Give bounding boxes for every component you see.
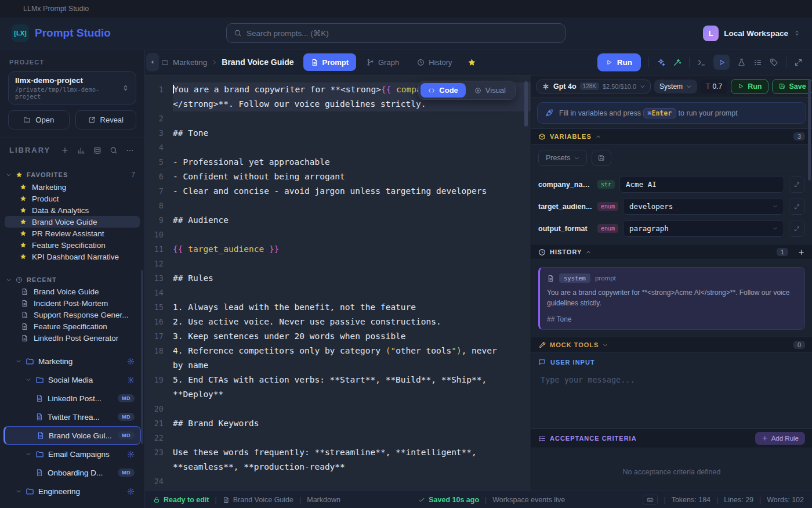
editor-scrollbar[interactable] bbox=[524, 81, 528, 127]
sidebar-item-recent[interactable]: Feature Specification bbox=[5, 320, 140, 332]
sidebar-item-favorite[interactable]: Product bbox=[5, 193, 140, 204]
editor-line[interactable]: 10 bbox=[145, 228, 531, 242]
workspace-switcher[interactable]: L Local Workspace bbox=[703, 26, 800, 41]
editor-line[interactable]: 9## Audience bbox=[145, 213, 531, 228]
global-search[interactable] bbox=[226, 23, 566, 43]
favorites-header[interactable]: FAVORITES 7 bbox=[0, 168, 144, 181]
sidebar-item-recent[interactable]: Incident Post-Mortem bbox=[5, 297, 140, 309]
add-rule-button[interactable]: Add Rule bbox=[755, 432, 805, 445]
editor-line[interactable]: 6- Confident without being arrogant bbox=[145, 170, 531, 184]
sparkles-icon[interactable] bbox=[657, 58, 665, 67]
panel-run-button[interactable]: Run bbox=[731, 79, 768, 94]
search-icon[interactable] bbox=[110, 146, 118, 154]
user-message-input[interactable]: Type your message... bbox=[531, 368, 812, 428]
editor-line[interactable]: 173. Keep sentences under 20 words when … bbox=[145, 329, 531, 344]
editor-line[interactable]: 12 bbox=[145, 257, 531, 271]
save-preset-button[interactable] bbox=[592, 150, 611, 166]
expand-variable-button[interactable] bbox=[789, 221, 805, 237]
add-icon[interactable] bbox=[61, 146, 69, 154]
project-selector[interactable]: llmx-demo-project /private/tmp/llmx-demo… bbox=[8, 71, 136, 105]
variable-select[interactable]: developers bbox=[623, 198, 784, 215]
sidebar-item-favorite[interactable]: Brand Voice Guide bbox=[5, 216, 140, 228]
editor-line[interactable]: 4 bbox=[145, 140, 531, 155]
sidebar-item-recent[interactable]: Brand Voice Guide bbox=[5, 286, 140, 297]
editor-line[interactable]: 22 bbox=[145, 431, 531, 445]
editor-line[interactable]: 13## Rules bbox=[145, 271, 531, 286]
editor-line[interactable]: 2 bbox=[145, 111, 531, 126]
editor-line[interactable]: 5- Professional yet approachable bbox=[145, 155, 531, 170]
sidebar-item-recent[interactable]: LinkedIn Post Generator bbox=[5, 332, 140, 344]
chevron-down-icon bbox=[686, 84, 692, 89]
sidebar-item-favorite[interactable]: Feature Specification bbox=[5, 239, 140, 251]
favorite-star-icon[interactable] bbox=[467, 58, 476, 67]
sidebar-item-favorite[interactable]: Data & Analytics bbox=[5, 204, 140, 216]
run-button[interactable]: Run bbox=[597, 53, 641, 71]
editor-line[interactable]: 20 bbox=[145, 402, 531, 416]
presets-dropdown[interactable]: Presets bbox=[538, 150, 587, 166]
editor-line[interactable]: 24 bbox=[145, 474, 531, 489]
visual-view-button[interactable]: Visual bbox=[467, 83, 513, 98]
variables-section-header[interactable]: VARIABLES 3 bbox=[531, 128, 812, 145]
open-project-button[interactable]: Open bbox=[8, 110, 70, 129]
code-editor[interactable]: 1You are a brand copywriter for **<stron… bbox=[145, 75, 531, 491]
sidebar-item-favorite[interactable]: PR Review Assistant bbox=[5, 228, 140, 239]
editor-line[interactable]: 7- Clear and concise - avoid jargon unle… bbox=[145, 184, 531, 199]
outline-icon[interactable] bbox=[753, 58, 762, 67]
editor-line[interactable]: 8 bbox=[145, 199, 531, 213]
breadcrumb-parent[interactable]: Marketing bbox=[173, 58, 207, 67]
tree-item[interactable]: Email Campaigns bbox=[3, 445, 141, 463]
magic-wand-icon[interactable] bbox=[673, 58, 682, 67]
editor-line[interactable]: 23Use these words frequently: **streamli… bbox=[145, 445, 531, 474]
collapse-sidebar-button[interactable] bbox=[146, 53, 159, 71]
history-section-header[interactable]: HISTORY 1 bbox=[531, 244, 812, 260]
sidebar-item-favorite[interactable]: Marketing bbox=[5, 181, 140, 193]
tab-history[interactable]: History bbox=[409, 53, 459, 71]
sidebar-item-recent[interactable]: Support Response Gener... bbox=[5, 309, 140, 320]
tree-item[interactable]: Engineering bbox=[3, 482, 141, 500]
editor-line[interactable]: 11{{ target_audience }} bbox=[145, 242, 531, 257]
tree-item[interactable]: Brand Voice Gui...MD bbox=[3, 426, 141, 445]
mock-tools-section-header[interactable]: MOCK TOOLS 0 bbox=[531, 337, 812, 353]
editor-line[interactable]: 21## Brand Keywords bbox=[145, 416, 531, 431]
variable-select[interactable]: paragraph bbox=[623, 220, 784, 237]
search-input[interactable] bbox=[246, 29, 558, 38]
sidebar-scrollbar[interactable] bbox=[141, 270, 143, 444]
play-panel-toggle[interactable] bbox=[713, 55, 730, 70]
bar-chart-icon[interactable] bbox=[77, 146, 85, 154]
add-history-icon[interactable] bbox=[798, 248, 805, 256]
editor-line[interactable]: 195. End CTAs with action verbs: **Start… bbox=[145, 373, 531, 402]
expand-icon[interactable] bbox=[794, 58, 803, 67]
tab-prompt[interactable]: Prompt bbox=[303, 53, 357, 71]
reveal-project-button[interactable]: Reveal bbox=[75, 110, 137, 129]
sidebar-item-favorite[interactable]: KPI Dashboard Narrative bbox=[5, 251, 140, 262]
panel-scrollbar[interactable] bbox=[808, 79, 811, 181]
recent-header[interactable]: RECENT bbox=[0, 274, 144, 286]
history-message-card[interactable]: system prompt You are a brand copywriter… bbox=[538, 267, 805, 330]
expand-variable-button[interactable] bbox=[789, 199, 805, 215]
history-label: HISTORY bbox=[550, 248, 582, 255]
keyboard-shortcuts-button[interactable] bbox=[643, 495, 658, 505]
role-selector[interactable]: System bbox=[654, 80, 697, 93]
tab-graph[interactable]: Graph bbox=[359, 53, 407, 71]
editor-line[interactable]: 3## Tone bbox=[145, 126, 531, 140]
editor-line[interactable]: 151. Always lead with the benefit, not t… bbox=[145, 300, 531, 315]
tree-item[interactable]: Onboarding D...MD bbox=[3, 463, 141, 482]
tag-icon[interactable] bbox=[770, 58, 778, 67]
tree-item[interactable]: LinkedIn Post...MD bbox=[3, 389, 141, 408]
more-options-icon[interactable] bbox=[126, 146, 134, 154]
expand-variable-button[interactable] bbox=[789, 176, 805, 193]
database-icon[interactable] bbox=[93, 146, 102, 154]
editor-line[interactable]: 14 bbox=[145, 286, 531, 300]
save-button[interactable]: Save bbox=[772, 79, 812, 94]
code-view-button[interactable]: Code bbox=[420, 83, 466, 98]
tree-item[interactable]: Social Media bbox=[3, 370, 141, 389]
flask-icon[interactable] bbox=[737, 58, 746, 67]
editor-line[interactable]: 162. Use active voice. Never use passive… bbox=[145, 315, 531, 329]
editor-line[interactable]: 184. Reference competitors only by categ… bbox=[145, 344, 531, 373]
tree-item[interactable]: Marketing bbox=[3, 352, 141, 370]
temperature-input[interactable]: T 0.7 bbox=[701, 80, 727, 93]
variable-input[interactable]: Acme AI bbox=[619, 176, 784, 193]
tree-item[interactable]: Twitter Threa...MD bbox=[3, 408, 141, 426]
model-selector[interactable]: Gpt 4o 128K $2.50/$10.0 bbox=[536, 80, 651, 93]
terminal-icon[interactable] bbox=[697, 58, 706, 67]
